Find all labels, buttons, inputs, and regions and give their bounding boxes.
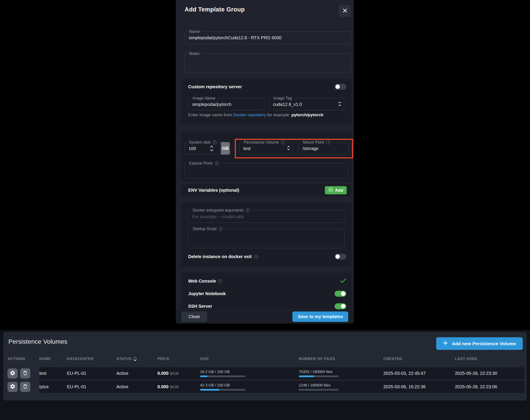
settings-button[interactable] <box>8 368 18 378</box>
modal-footer: Close Save to my templates <box>176 309 354 324</box>
notes-field[interactable]: Notes <box>185 54 351 72</box>
delete-button[interactable] <box>20 382 30 392</box>
column-created[interactable]: CREATED <box>383 357 455 361</box>
sort-indicator-icon[interactable] <box>133 357 137 361</box>
cell-size: 16.2 GB / 100 GB <box>200 370 299 377</box>
persistence-volume-select[interactable]: Persistence Volumei test <box>239 142 293 154</box>
image-name-field[interactable]: Image Name simplepodai/pytorch <box>188 98 264 110</box>
cell-price: 0.000$/GB <box>158 371 200 376</box>
files-progress-bar <box>299 389 339 391</box>
number-stepper-icon[interactable] <box>210 146 213 151</box>
ssh-server-toggle[interactable] <box>335 303 346 309</box>
image-tag-label: Image Tag <box>272 96 294 101</box>
startup-script-field[interactable]: Startup Scripti <box>188 229 344 248</box>
plus-icon <box>443 340 448 347</box>
column-files[interactable]: NUMBER OF FILES <box>299 357 383 361</box>
jupyter-notebook-label: Jupyter Notebook <box>188 291 226 296</box>
info-icon: i <box>219 227 223 231</box>
entrypoint-label: Docker entrypoint arguments <box>192 208 244 213</box>
persistence-volume-value: test <box>243 146 250 151</box>
cell-created: 2025-03-06, 16:22:36 <box>383 384 455 389</box>
entrypoint-field[interactable]: Docker entrypoint argumentsi For example… <box>188 210 344 223</box>
close-icon <box>342 8 348 14</box>
info-icon: i <box>281 140 285 144</box>
persistence-volumes-panel: Persistence Volumes Add new Persistence … <box>3 332 527 401</box>
image-name-label: Image Name <box>191 96 217 101</box>
delete-on-exit-toggle[interactable] <box>335 254 346 260</box>
system-disk-unit: GB <box>221 142 230 155</box>
trash-icon <box>22 370 28 377</box>
cell-size: 42.3 GB / 100 GB <box>200 383 299 391</box>
panel-title: Persistence Volumes <box>8 338 67 345</box>
cell-files: 1249 / 180000 files <box>299 383 383 391</box>
jupyter-notebook-toggle[interactable] <box>335 291 346 297</box>
persistence-volume-label: Persistence Volume <box>244 140 279 145</box>
name-field[interactable]: Name simplepodai/pytorchCuda12.8 - RTX P… <box>185 31 351 44</box>
save-to-templates-button[interactable]: Save to my templates <box>292 311 348 322</box>
cell-created: 2025-03-03, 22:45:47 <box>383 371 455 376</box>
disk-section: System diski 100 GB Persistence Volumei … <box>181 131 352 182</box>
mount-point-label: Mount Point <box>303 140 324 145</box>
cell-datacenter: EU-PL-01 <box>67 384 116 389</box>
cell-status: Active <box>116 384 158 389</box>
select-chevrons-icon <box>338 101 341 107</box>
gear-icon <box>10 370 15 377</box>
image-name-value: simplepodai/pytorch <box>192 102 231 107</box>
column-actions: ACTIONS <box>8 357 39 361</box>
expose-ports-field[interactable]: Expose Portsi <box>185 163 348 179</box>
system-disk-field[interactable]: System diski 100 <box>185 142 221 154</box>
table-header: ACTIONS NAME DATACENTER STATUS PRICE SIZ… <box>8 357 525 361</box>
ssh-server-label: SSH Server <box>188 304 212 309</box>
custom-repo-label: Custom repository server <box>188 84 242 89</box>
name-field-label: Name <box>188 29 201 34</box>
row-actions <box>8 368 39 378</box>
add-env-variable-button[interactable]: Add <box>325 186 347 194</box>
env-section: ENV Variables (optional) Add <box>181 184 352 196</box>
delete-on-exit-label: Delete instance on docker exit <box>188 254 252 259</box>
close-modal-button[interactable] <box>339 5 351 17</box>
files-progress-bar <box>299 376 339 377</box>
settings-button[interactable] <box>8 382 18 392</box>
table-body: test EU-PL-01 Active 0.000$/GB 16.2 GB /… <box>8 367 525 393</box>
entrypoint-placeholder: For example —model=abc <box>192 214 244 219</box>
info-icon: i <box>218 279 222 283</box>
image-helper-text: Enter image name from Docker repository … <box>188 112 323 117</box>
cell-last-used: 2025-05-28, 22:23:30 <box>455 371 525 376</box>
image-tag-value: cuda12.8_v1.0 <box>273 102 302 107</box>
name-field-value: simplepodai/pytorchCuda12.8 - RTX PRO 60… <box>189 35 281 40</box>
column-status[interactable]: STATUS <box>116 357 158 361</box>
row-actions <box>8 382 39 392</box>
cell-datacenter: EU-PL-01 <box>67 371 116 376</box>
circle-plus-icon <box>328 187 333 193</box>
add-template-group-modal: Add Template Group Name simplepodai/pyto… <box>176 0 354 324</box>
cell-last-used: 2025-05-28, 22:23:06 <box>455 384 525 389</box>
column-datacenter[interactable]: DATACENTER <box>67 357 116 361</box>
add-persistence-volume-button[interactable]: Add new Persistence Volume <box>436 337 523 350</box>
close-button[interactable]: Close <box>181 311 207 322</box>
table-row: tytus EU-PL-01 Active 0.000$/GB 42.3 GB … <box>8 381 525 393</box>
column-name[interactable]: NAME <box>39 357 67 361</box>
cell-status: Active <box>116 371 158 376</box>
services-section: Web Consolei Jupyter Notebook SSH Server <box>181 273 352 312</box>
system-disk-label: System disk <box>189 140 210 145</box>
notes-field-label: Notes <box>188 51 201 56</box>
mount-point-field[interactable]: Mount Pointi /storage <box>299 142 349 154</box>
repository-section: Custom repository server Image Name simp… <box>181 79 352 124</box>
info-icon: i <box>212 140 217 144</box>
info-icon: i <box>215 161 219 166</box>
column-last-used[interactable]: LAST USED <box>455 357 525 361</box>
column-price[interactable]: PRICE <box>158 357 200 361</box>
delete-button[interactable] <box>20 368 30 378</box>
custom-repo-toggle[interactable] <box>335 84 346 90</box>
check-icon <box>340 278 346 284</box>
cell-price: 0.000$/GB <box>158 384 200 389</box>
docker-repository-link[interactable]: Docker repository <box>233 112 266 117</box>
info-icon: i <box>326 140 330 144</box>
cell-name: test <box>39 371 67 376</box>
cell-files: 70325 / 180000 files <box>299 370 383 377</box>
column-size[interactable]: SIZE <box>200 357 299 361</box>
env-variables-label: ENV Variables (optional) <box>188 188 239 193</box>
image-tag-select[interactable]: Image Tag cuda12.8_v1.0 <box>269 98 344 110</box>
table-row: test EU-PL-01 Active 0.000$/GB 16.2 GB /… <box>8 367 525 379</box>
advanced-section: Docker entrypoint argumentsi For example… <box>181 202 352 266</box>
